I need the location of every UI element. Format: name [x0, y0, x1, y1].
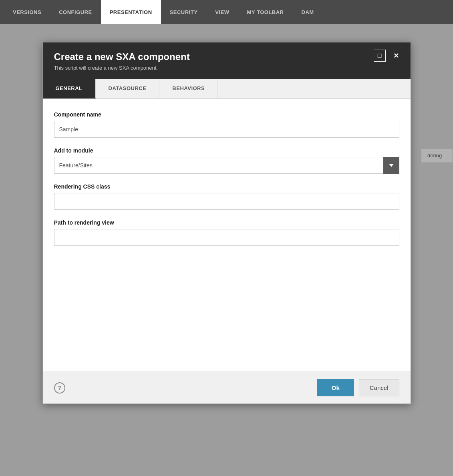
nav-item-configure[interactable]: CONFIGURE: [50, 0, 101, 24]
nav-item-versions[interactable]: VERSIONS: [4, 0, 50, 24]
modal-overlay: Create a new SXA component This script w…: [0, 24, 453, 476]
add-to-module-select-wrapper: Feature/Sites Feature/Components Project: [54, 157, 399, 174]
help-button[interactable]: ?: [54, 382, 65, 394]
nav-item-view[interactable]: VIEW: [206, 0, 238, 24]
rendering-css-label: Rendering CSS class: [54, 183, 399, 190]
rendering-css-input[interactable]: [54, 193, 399, 210]
path-to-rendering-label: Path to rendering view: [54, 219, 399, 226]
component-name-group: Component name: [54, 111, 399, 138]
nav-item-presentation[interactable]: PRESENTATION: [101, 0, 161, 24]
modal-subtitle: This script will create a new SXA compon…: [54, 65, 399, 71]
tab-general[interactable]: GENERAL: [43, 79, 96, 98]
background-content: dering Create a new SXA component This s…: [0, 24, 453, 476]
add-to-module-label: Add to module: [54, 147, 399, 154]
cancel-button[interactable]: Cancel: [359, 379, 399, 396]
add-to-module-group: Add to module Feature/Sites Feature/Comp…: [54, 147, 399, 174]
top-nav: VERSIONS CONFIGURE PRESENTATION SECURITY…: [0, 0, 453, 24]
path-to-rendering-group: Path to rendering view: [54, 219, 399, 246]
close-button[interactable]: ×: [391, 50, 403, 62]
nav-item-security[interactable]: SECURITY: [161, 0, 207, 24]
ok-button[interactable]: Ok: [317, 379, 354, 396]
component-name-label: Component name: [54, 111, 399, 118]
modal-header-actions: □ ×: [374, 50, 403, 62]
tab-datasource[interactable]: DATASOURCE: [96, 79, 160, 98]
modal-footer: ? Ok Cancel: [43, 372, 411, 404]
footer-buttons: Ok Cancel: [317, 379, 399, 396]
component-name-input[interactable]: [54, 121, 399, 138]
modal-header: Create a new SXA component This script w…: [43, 42, 411, 79]
add-to-module-select[interactable]: Feature/Sites Feature/Components Project: [54, 157, 399, 174]
maximize-button[interactable]: □: [374, 50, 386, 62]
modal-title: Create a new SXA component: [54, 51, 399, 62]
tab-behaviors[interactable]: BEHAVIORS: [159, 79, 218, 98]
modal-tabs: GENERAL DATASOURCE BEHAVIORS: [43, 79, 411, 99]
modal-body: Component name Add to module Feature/Sit…: [43, 99, 411, 372]
path-to-rendering-input[interactable]: [54, 229, 399, 246]
modal-dialog: Create a new SXA component This script w…: [42, 42, 411, 404]
rendering-css-group: Rendering CSS class: [54, 183, 399, 210]
nav-item-my-toolbar[interactable]: MY TOOLBAR: [238, 0, 293, 24]
nav-item-dam[interactable]: DAM: [293, 0, 323, 24]
